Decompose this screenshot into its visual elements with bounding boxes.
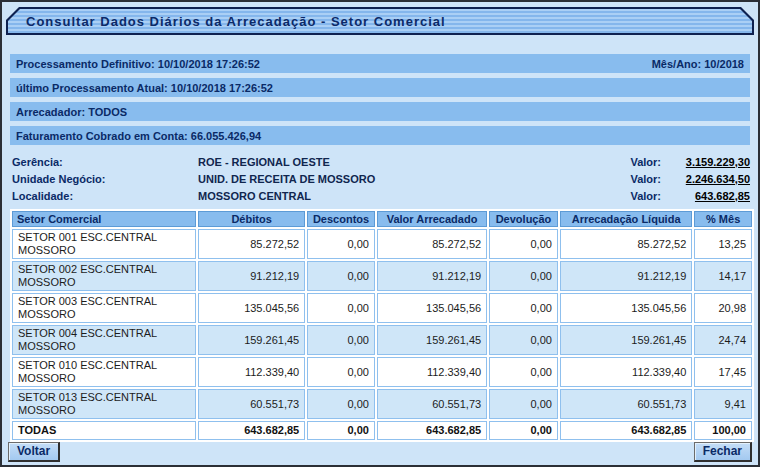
summary-section: Gerência: ROE - REGIONAL OESTE Valor: 3.… <box>10 153 750 204</box>
localidade-value: MOSSORO CENTRAL <box>198 190 630 202</box>
cell-debitos: 91.212,19 <box>198 261 305 291</box>
cell-devolucao: 0,00 <box>489 261 558 291</box>
unidade-negocio-value: UNID. DE RECEITA DE MOSSORO <box>198 173 630 185</box>
localidade-valor-label: Valor: <box>630 190 661 202</box>
column-header-debitos: Débitos <box>198 211 305 227</box>
unidade-negocio-valor-link[interactable]: 2.246.634,50 <box>665 173 750 185</box>
cell-setor: SETOR 001 ESC.CENTRAL MOSSORO <box>12 229 196 259</box>
cell-devolucao: 0,00 <box>489 229 558 259</box>
table-row-setor-010: SETOR 010 ESC.CENTRAL MOSSORO 112.339,40… <box>12 357 752 387</box>
cell-pct-mes: 20,98 <box>694 293 752 323</box>
title-bar: Consultar Dados Diários da Arrecadação -… <box>6 7 754 35</box>
cell-arrecadacao-liquida: 135.045,56 <box>560 293 692 323</box>
mes-ano-text: Mês/Ano: 10/2018 <box>652 58 744 70</box>
cell-devolucao: 0,00 <box>489 389 558 419</box>
cell-valor-arrecadado: 135.045,56 <box>377 293 487 323</box>
summary-row-unidade-negocio: Unidade Negócio: UNID. DE RECEITA DE MOS… <box>10 170 750 187</box>
voltar-button[interactable]: Voltar <box>8 442 60 462</box>
cell-debitos: 135.045,56 <box>198 293 305 323</box>
info-processamento-definitivo: Processamento Definitivo: 10/10/2018 17:… <box>10 54 750 73</box>
cell-setor: SETOR 004 ESC.CENTRAL MOSSORO <box>12 325 196 355</box>
cell-setor: SETOR 002 ESC.CENTRAL MOSSORO <box>12 261 196 291</box>
gerencia-value: ROE - REGIONAL OESTE <box>198 156 630 168</box>
table-row-setor-013: SETOR 013 ESC.CENTRAL MOSSORO 60.551,73 … <box>12 389 752 419</box>
gerencia-valor-link[interactable]: 3.159.229,30 <box>665 156 750 168</box>
footer: Voltar Fechar <box>8 442 752 462</box>
gerencia-valor-label: Valor: <box>630 156 661 168</box>
gerencia-label: Gerência: <box>10 156 198 168</box>
page: Consultar Dados Diários da Arrecadação -… <box>0 0 760 467</box>
cell-pct-mes: 24,74 <box>694 325 752 355</box>
summary-row-localidade: Localidade: MOSSORO CENTRAL Valor: 643.6… <box>10 187 750 204</box>
total-debitos: 643.682,85 <box>198 421 305 440</box>
cell-valor-arrecadado: 91.212,19 <box>377 261 487 291</box>
cell-pct-mes: 13,25 <box>694 229 752 259</box>
cell-arrecadacao-liquida: 85.272,52 <box>560 229 692 259</box>
total-descontos: 0,00 <box>307 421 375 440</box>
column-header-valor-arrecadado: Valor Arrecadado <box>377 211 487 227</box>
cell-debitos: 85.272,52 <box>198 229 305 259</box>
cell-pct-mes: 9,41 <box>694 389 752 419</box>
info-ultimo-processamento: último Processamento Atual: 10/10/2018 1… <box>10 78 750 97</box>
cell-debitos: 159.261,45 <box>198 325 305 355</box>
table-row-setor-001: SETOR 001 ESC.CENTRAL MOSSORO 85.272,52 … <box>12 229 752 259</box>
setores-table: Setor Comercial Débitos Descontos Valor … <box>10 209 754 442</box>
total-valor-arrecadado: 643.682,85 <box>377 421 487 440</box>
table-row-setor-004: SETOR 004 ESC.CENTRAL MOSSORO 159.261,45… <box>12 325 752 355</box>
arrecadador-text: Arrecadador: TODOS <box>16 106 127 118</box>
processamento-definitivo-text: Processamento Definitivo: 10/10/2018 17:… <box>16 58 260 70</box>
cell-debitos: 60.551,73 <box>198 389 305 419</box>
cell-setor: SETOR 003 ESC.CENTRAL MOSSORO <box>12 293 196 323</box>
cell-descontos: 0,00 <box>307 261 375 291</box>
table-row-setor-002: SETOR 002 ESC.CENTRAL MOSSORO 91.212,19 … <box>12 261 752 291</box>
cell-descontos: 0,00 <box>307 357 375 387</box>
column-header-arrecadacao-liquida: Arrecadação Líquida <box>560 211 692 227</box>
info-bars: Processamento Definitivo: 10/10/2018 17:… <box>2 54 758 150</box>
cell-descontos: 0,00 <box>307 229 375 259</box>
cell-devolucao: 0,00 <box>489 293 558 323</box>
summary-row-gerencia: Gerência: ROE - REGIONAL OESTE Valor: 3.… <box>10 153 750 170</box>
cell-pct-mes: 14,17 <box>694 261 752 291</box>
column-header-setor-comercial: Setor Comercial <box>12 211 196 227</box>
faturamento-text: Faturamento Cobrado em Conta: 66.055.426… <box>16 130 261 142</box>
cell-valor-arrecadado: 159.261,45 <box>377 325 487 355</box>
title-bar-stripes: Consultar Dados Diários da Arrecadação -… <box>8 9 752 33</box>
cell-descontos: 0,00 <box>307 293 375 323</box>
total-arrecadacao-liquida: 643.682,85 <box>560 421 692 440</box>
page-title: Consultar Dados Diários da Arrecadação -… <box>8 14 446 29</box>
column-header-devolucao: Devolução <box>489 211 558 227</box>
column-header-descontos: Descontos <box>307 211 375 227</box>
unidade-negocio-label: Unidade Negócio: <box>10 173 198 185</box>
total-devolucao: 0,00 <box>489 421 558 440</box>
unidade-negocio-valor-label: Valor: <box>630 173 661 185</box>
localidade-valor-link[interactable]: 643.682,85 <box>665 190 750 202</box>
cell-arrecadacao-liquida: 60.551,73 <box>560 389 692 419</box>
cell-arrecadacao-liquida: 91.212,19 <box>560 261 692 291</box>
table-header-row: Setor Comercial Débitos Descontos Valor … <box>12 211 752 227</box>
table-row-setor-003: SETOR 003 ESC.CENTRAL MOSSORO 135.045,56… <box>12 293 752 323</box>
cell-devolucao: 0,00 <box>489 357 558 387</box>
cell-pct-mes: 17,45 <box>694 357 752 387</box>
cell-devolucao: 0,00 <box>489 325 558 355</box>
cell-descontos: 0,00 <box>307 389 375 419</box>
ultimo-processamento-text: último Processamento Atual: 10/10/2018 1… <box>16 82 273 94</box>
cell-arrecadacao-liquida: 112.339,40 <box>560 357 692 387</box>
table-total-row: TODAS 643.682,85 0,00 643.682,85 0,00 64… <box>12 421 752 440</box>
cell-valor-arrecadado: 112.339,40 <box>377 357 487 387</box>
info-faturamento: Faturamento Cobrado em Conta: 66.055.426… <box>10 126 750 145</box>
cell-valor-arrecadado: 60.551,73 <box>377 389 487 419</box>
cell-valor-arrecadado: 85.272,52 <box>377 229 487 259</box>
total-label: TODAS <box>12 421 196 440</box>
column-header-pct-mes: % Mês <box>694 211 752 227</box>
info-arrecadador: Arrecadador: TODOS <box>10 102 750 121</box>
cell-debitos: 112.339,40 <box>198 357 305 387</box>
cell-setor: SETOR 010 ESC.CENTRAL MOSSORO <box>12 357 196 387</box>
cell-arrecadacao-liquida: 159.261,45 <box>560 325 692 355</box>
cell-setor: SETOR 013 ESC.CENTRAL MOSSORO <box>12 389 196 419</box>
total-pct-mes: 100,00 <box>694 421 752 440</box>
localidade-label: Localidade: <box>10 190 198 202</box>
fechar-button[interactable]: Fechar <box>694 442 752 462</box>
cell-descontos: 0,00 <box>307 325 375 355</box>
